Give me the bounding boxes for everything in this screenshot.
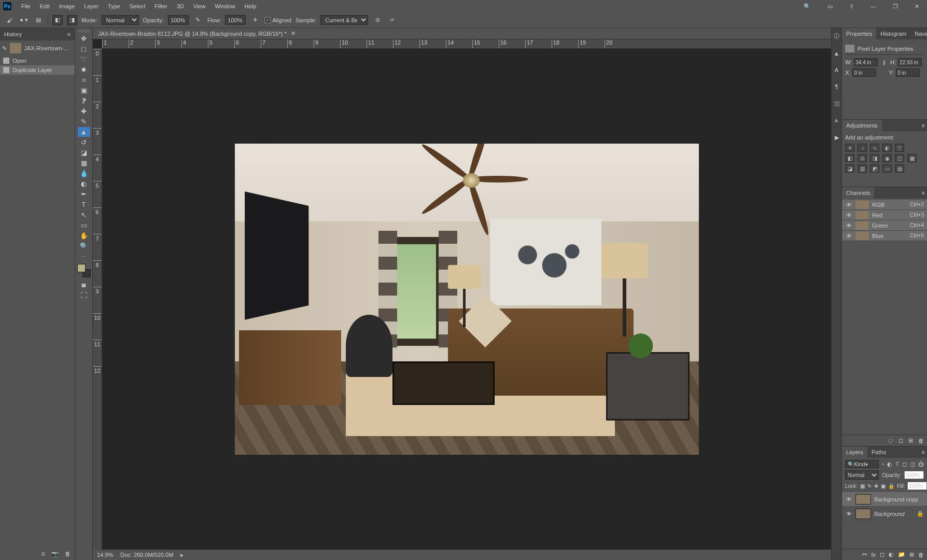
hand-tool[interactable]: ✋: [78, 231, 90, 241]
visibility-icon[interactable]: 👁: [845, 511, 852, 517]
shape-tool[interactable]: ▭: [78, 220, 90, 230]
path-tool[interactable]: ↖: [78, 210, 90, 220]
channel-rgb[interactable]: 👁RGBCtrl+2: [842, 200, 927, 210]
pen-tool[interactable]: ✒: [78, 189, 90, 199]
move-tool[interactable]: ✥: [78, 34, 90, 44]
screen-mode-tool[interactable]: ⛶: [78, 290, 90, 300]
type-tool[interactable]: T: [78, 200, 90, 209]
history-snapshot[interactable]: ✎ JAX-Rivertown-Braden 8...: [0, 40, 75, 56]
marquee-tool[interactable]: ◻: [78, 44, 90, 54]
window-minimize-icon[interactable]: —: [866, 3, 881, 10]
menu-type[interactable]: Type: [103, 3, 125, 9]
filter-smart-icon[interactable]: ◫: [910, 461, 915, 468]
delete-icon[interactable]: 🗑: [65, 551, 71, 557]
gradient-map-icon[interactable]: ▭: [882, 164, 892, 173]
lock-artboard-icon[interactable]: ▣: [881, 483, 886, 489]
color-lookup-icon[interactable]: ▦: [907, 154, 917, 162]
save-selection-icon[interactable]: ◻: [898, 437, 903, 444]
new-channel-icon[interactable]: ⊞: [908, 437, 913, 444]
brush-tool[interactable]: ✎: [78, 117, 90, 127]
selective-color-icon[interactable]: ▤: [895, 164, 904, 173]
visibility-icon[interactable]: 👁: [845, 496, 852, 502]
visibility-icon[interactable]: 👁: [845, 202, 852, 208]
sample-select[interactable]: Current & Below: [320, 15, 368, 25]
layer-filter[interactable]: 🔍 Kind ▾: [845, 460, 879, 468]
invert-icon[interactable]: ◪: [845, 164, 854, 173]
workspace-icon[interactable]: ▭: [823, 3, 837, 10]
tab-histogram[interactable]: Histogram: [876, 28, 910, 39]
visibility-icon[interactable]: 👁: [845, 233, 852, 239]
character-panel-icon[interactable]: A: [835, 67, 838, 73]
visibility-icon[interactable]: 👁: [845, 222, 852, 229]
panel-menu-icon[interactable]: ≡: [920, 122, 927, 129]
share-icon[interactable]: ⇪: [845, 3, 859, 10]
window-close-icon[interactable]: ✕: [910, 3, 924, 10]
channel-blue[interactable]: 👁BlueCtrl+5: [842, 231, 927, 241]
lock-position-icon[interactable]: ✥: [874, 483, 878, 489]
menu-file[interactable]: File: [17, 3, 35, 9]
lock-transparent-icon[interactable]: ▦: [860, 483, 865, 489]
window-restore-icon[interactable]: ❐: [888, 3, 903, 10]
zoom-tool[interactable]: 🔍: [78, 241, 90, 251]
color-swatches[interactable]: [77, 264, 91, 277]
layer-opacity-input[interactable]: [904, 471, 924, 479]
menu-image[interactable]: Image: [54, 3, 80, 9]
canvas-viewport[interactable]: [102, 49, 831, 550]
foreground-color[interactable]: [77, 264, 86, 272]
menu-window[interactable]: Window: [210, 3, 240, 9]
aligned-checkbox[interactable]: ✓Aligned: [264, 17, 291, 23]
brush-blend2-icon[interactable]: ◨: [67, 15, 77, 25]
photo-filter-icon[interactable]: ◉: [882, 154, 892, 162]
opacity-input[interactable]: [168, 15, 189, 25]
edit-toolbar[interactable]: ⋯: [78, 251, 90, 261]
menu-edit[interactable]: Edit: [35, 3, 54, 9]
crop-tool[interactable]: ⌗: [78, 75, 90, 85]
curves-icon[interactable]: ∿: [870, 144, 879, 152]
tab-layers[interactable]: Layers: [842, 446, 867, 458]
filter-pixel-icon[interactable]: ▫: [882, 461, 884, 467]
width-input[interactable]: [854, 58, 878, 66]
tab-adjustments[interactable]: Adjustments: [842, 120, 882, 131]
bw-icon[interactable]: ◨: [870, 154, 879, 162]
new-layer-icon[interactable]: ⊞: [909, 551, 914, 558]
channel-red[interactable]: 👁RedCtrl+3: [842, 210, 927, 220]
eyedropper-tool[interactable]: ⁋: [78, 96, 90, 106]
lock-all-icon[interactable]: 🔒: [888, 483, 894, 489]
glyphs-icon[interactable]: ᴀ: [835, 117, 838, 124]
tab-navigator[interactable]: Navigator: [910, 28, 927, 39]
layer-background-copy[interactable]: 👁 Background copy: [842, 492, 927, 507]
clone-source-icon[interactable]: ▲: [834, 50, 839, 57]
history-brush-tool[interactable]: ↺: [78, 137, 90, 147]
layer-style-icon[interactable]: fx: [871, 552, 876, 558]
menu-filter[interactable]: Filter: [150, 3, 172, 9]
paragraph-panel-icon[interactable]: ¶: [835, 83, 838, 90]
layer-background[interactable]: 👁 Background 🔒: [842, 507, 927, 521]
pressure-opacity-icon[interactable]: ✎: [193, 15, 203, 25]
gradient-tool[interactable]: ▦: [78, 158, 90, 168]
delete-layer-icon[interactable]: 🗑: [918, 552, 924, 558]
adjustment-layer-icon[interactable]: ◐: [889, 551, 894, 558]
document-tab[interactable]: JAX-Rivertown-Braden 8112.JPG @ 14.9% (B…: [93, 28, 831, 39]
filter-type-icon[interactable]: T: [895, 461, 899, 467]
visibility-icon[interactable]: 👁: [845, 212, 852, 218]
menu-view[interactable]: View: [189, 3, 210, 9]
threshold-icon[interactable]: ◩: [870, 164, 879, 173]
status-menu-icon[interactable]: ▸: [180, 552, 184, 558]
y-input[interactable]: [896, 68, 920, 77]
close-tab-icon[interactable]: ✕: [291, 30, 296, 37]
exposure-icon[interactable]: ◐: [882, 144, 892, 152]
clone-stamp-tool[interactable]: ▲: [78, 127, 90, 137]
vertical-ruler[interactable]: 0123456789101112: [93, 49, 102, 550]
brightness-icon[interactable]: ☀: [845, 144, 854, 152]
load-selection-icon[interactable]: ◌: [888, 437, 893, 444]
filter-shape-icon[interactable]: ◻: [902, 461, 907, 468]
search-icon[interactable]: 🔍: [799, 3, 816, 10]
menu-layer[interactable]: Layer: [79, 3, 103, 9]
frame-tool[interactable]: ▣: [78, 86, 90, 95]
menu-3d[interactable]: 3D: [172, 3, 189, 9]
posterize-icon[interactable]: ▥: [858, 164, 867, 173]
actions-icon[interactable]: ▶: [835, 134, 839, 141]
group-icon[interactable]: 📁: [898, 551, 905, 558]
blend-mode-select[interactable]: Normal: [845, 470, 879, 480]
ignore-adjustment-icon[interactable]: ⊘: [372, 15, 383, 25]
